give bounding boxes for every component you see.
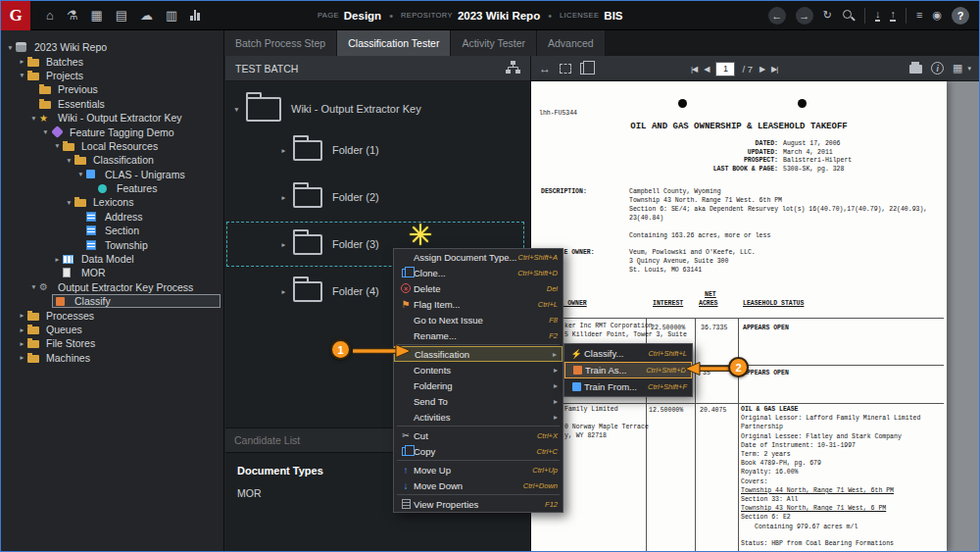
sidebar-item-classification[interactable]: ▾Classification (1, 153, 223, 167)
sidebar-item-machines[interactable]: ▸Machines (1, 351, 223, 365)
menu-item-clone[interactable]: Clone...Ctrl+Shift+D (394, 265, 563, 280)
menu-item-copy[interactable]: CopyCtrl+C (394, 443, 563, 459)
chevron-down-icon[interactable]: ▾ (231, 105, 242, 114)
chevron-right-icon[interactable]: ▸ (278, 240, 289, 249)
tab-batch-process-step[interactable]: Batch Process Step (224, 30, 337, 56)
layers-icon[interactable]: ≡ (916, 10, 922, 21)
sidebar-item-repo-root[interactable]: ▾2023 Wiki Repo (1, 40, 223, 54)
info-icon[interactable]: i (931, 62, 944, 75)
last-page-button[interactable]: ▶| (771, 65, 777, 74)
sidebar-item-township[interactable]: Township (1, 237, 223, 251)
menu-item-foldering[interactable]: Foldering▸ (394, 377, 563, 393)
submenu-item-train-from[interactable]: Train From...Ctrl+Shift+F (564, 378, 692, 395)
stats-icon[interactable] (190, 10, 200, 21)
menu-item-cut[interactable]: ✂CutCtrl+X (394, 427, 563, 443)
menu-item-assign-document-type[interactable]: Assign Document Type...Ctrl+Shift+A (394, 249, 563, 265)
chevron-down-icon[interactable]: ▾ (28, 114, 39, 123)
sidebar-item-previous[interactable]: Previous (1, 82, 223, 96)
menu-item-rename[interactable]: Rename...F2 (394, 327, 563, 343)
region-select-icon[interactable] (560, 64, 571, 74)
media-icon[interactable]: ▤ (116, 9, 127, 22)
chevron-right-icon[interactable]: ▸ (17, 311, 27, 320)
print-icon[interactable] (909, 65, 922, 74)
fit-width-icon[interactable]: ↔ (539, 62, 551, 75)
sidebar-item-data-model[interactable]: ▸Data Model (1, 252, 223, 266)
chevron-down-icon[interactable]: ▾ (40, 127, 51, 136)
chevron-down-icon[interactable]: ▾ (17, 71, 27, 79)
download-icon[interactable]: ↓ (875, 9, 881, 22)
sidebar-item-local-resources[interactable]: ▾Local Resources (1, 139, 223, 153)
page-number-input[interactable] (715, 62, 735, 76)
menu-item-view-properties[interactable]: View PropertiesF12 (394, 496, 563, 512)
sidebar-item-classify[interactable]: Classify (1, 294, 223, 308)
batches-icon[interactable]: ▦ (91, 9, 103, 22)
refresh-icon[interactable]: ↻ (823, 10, 832, 21)
menu-item-classification[interactable]: Classification▸ (394, 346, 563, 362)
sitemap-icon[interactable] (506, 61, 520, 75)
batch-root-folder[interactable]: ▾ Wiki - Output Extractor Key (225, 81, 530, 126)
menu-item-move-up[interactable]: ↑Move UpCtrl+Up (394, 462, 563, 477)
menu-item-delete[interactable]: ×DeleteDel (394, 280, 563, 296)
sidebar-item-batches[interactable]: ▸Batches (1, 54, 223, 68)
back-button[interactable]: ← (768, 7, 786, 25)
search-icon[interactable] (842, 9, 855, 22)
forward-button[interactable]: → (796, 7, 813, 25)
tab-advanced[interactable]: Advanced (537, 30, 606, 56)
tab-activity-tester[interactable]: Activity Tester (451, 30, 537, 56)
layout-grid-icon[interactable]: ▦ (953, 62, 962, 75)
disc-icon[interactable]: ◉ (932, 10, 942, 21)
chevron-right-icon[interactable]: ▸ (17, 353, 27, 362)
menu-item-go-to-next-issue[interactable]: Go to Next IssueF8 (394, 312, 563, 327)
sidebar-item-lexicons[interactable]: ▾Lexicons (1, 195, 223, 209)
sidebar-item-address[interactable]: Address (1, 210, 223, 224)
sidebar-item-processes[interactable]: ▸Processes (1, 308, 223, 322)
chevron-right-icon[interactable]: ▸ (278, 193, 289, 202)
chevron-down-icon[interactable]: ▾ (64, 156, 74, 165)
chevron-right-icon[interactable]: ▸ (17, 326, 27, 334)
sidebar-item-wiki-output-extractor-key[interactable]: ▾★Wiki - Output Extractor Key (1, 111, 223, 125)
chevron-down-icon[interactable]: ▾ (75, 170, 86, 178)
next-page-button[interactable]: ▶ (760, 65, 764, 74)
submenu-item-classify[interactable]: ⚡Classify...Ctrl+Shift+L (564, 345, 692, 362)
sidebar-item-file-stores[interactable]: ▸File Stores (1, 336, 223, 350)
menu-item-activities[interactable]: Activities▸ (394, 409, 563, 425)
cloud-icon[interactable]: ☁ (140, 9, 153, 22)
upload-icon[interactable]: ↑ (890, 9, 896, 22)
chevron-down-icon[interactable]: ▾ (967, 65, 971, 73)
menu-item-contents[interactable]: Contents▸ (394, 362, 563, 377)
page-value[interactable]: Design (344, 10, 381, 22)
sidebar-item-section[interactable]: Section (1, 224, 223, 237)
sidebar-item-projects[interactable]: ▾Projects (1, 69, 223, 82)
sidebar-item-mor[interactable]: MOR (1, 266, 223, 279)
chevron-down-icon[interactable]: ▾ (5, 43, 16, 52)
submenu-item-train-as[interactable]: Train As...Ctrl+Shift+D (564, 362, 692, 378)
printer-icon[interactable]: ▥ (166, 9, 177, 22)
chevron-down-icon[interactable]: ▾ (28, 282, 39, 291)
licensee-value[interactable]: BIS (604, 10, 622, 22)
sidebar-item-essentials[interactable]: Essentials (1, 97, 223, 111)
sidebar-item-features[interactable]: Features (1, 181, 223, 195)
menu-item-send-to[interactable]: Send To▸ (394, 393, 563, 409)
sidebar-item-clas-unigrams[interactable]: ▾CLAS - Unigrams (1, 168, 223, 181)
chevron-right-icon[interactable]: ▸ (278, 287, 289, 296)
chevron-right-icon[interactable]: ▸ (17, 57, 27, 66)
tab-classification-tester[interactable]: Classification Tester (337, 30, 451, 56)
thumbnails-icon[interactable] (580, 63, 590, 75)
home-icon[interactable]: ⌂ (46, 9, 54, 22)
menu-item-move-down[interactable]: ↓Move DownCtrl+Down (394, 477, 563, 493)
batch-folder-1[interactable]: ▸ Folder (1) (225, 126, 530, 174)
sidebar-item-feature-tagging-demo[interactable]: ▾Feature Tagging Demo (1, 125, 223, 138)
chevron-down-icon[interactable]: ▾ (52, 141, 63, 150)
repository-value[interactable]: 2023 Wiki Repo (458, 10, 540, 22)
chevron-right-icon[interactable]: ▸ (52, 255, 63, 264)
batch-folder-2[interactable]: ▸ Folder (2) (225, 174, 530, 221)
help-icon[interactable]: ? (952, 7, 969, 25)
chevron-right-icon[interactable]: ▸ (17, 339, 27, 348)
prev-page-button[interactable]: ◀ (704, 65, 709, 74)
document-page[interactable]: lhh-FU5344 OIL AND GAS OWNERSHIP & LEASE… (531, 81, 947, 551)
chevron-down-icon[interactable]: ▾ (64, 198, 74, 207)
first-page-button[interactable]: |◀ (691, 65, 697, 74)
sidebar-item-queues[interactable]: ▸Queues (1, 323, 223, 336)
flask-icon[interactable]: ⚗ (67, 9, 78, 22)
sidebar-item-output-extractor-key-process[interactable]: ▾⚙Output Extractor Key Process (1, 280, 223, 294)
